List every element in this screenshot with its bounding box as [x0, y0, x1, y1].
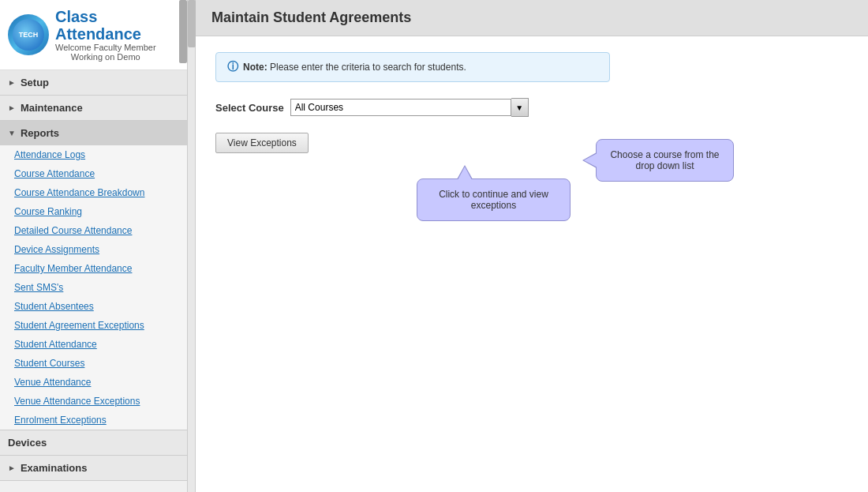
main-scrollbar-track — [188, 0, 196, 492]
nav-item-faculty-member-attendance[interactable]: Faculty Member Attendance — [0, 259, 187, 278]
app-title-line1: ClassAttendance — [55, 8, 156, 43]
nav-item-student-attendance[interactable]: Student Attendance — [0, 335, 187, 354]
course-select-row: Select Course All Courses ▼ — [215, 98, 848, 117]
sidebar-header: TECH ClassAttendance Welcome Faculty Mem… — [0, 0, 187, 70]
examinations-arrow-icon: ► — [8, 464, 16, 472]
tooltip-choose-course: Choose a course from the drop down list — [596, 139, 734, 182]
course-select[interactable]: All Courses — [290, 99, 511, 116]
info-note-prefix: Note: Please enter the criteria to searc… — [243, 62, 466, 73]
nav-item-course-ranking[interactable]: Course Ranking — [0, 202, 187, 221]
nav-item-enrolment-exceptions[interactable]: Enrolment Exceptions — [0, 411, 187, 430]
devices-label: Devices — [8, 437, 47, 449]
main-scrollbar-thumb[interactable] — [188, 0, 196, 47]
setup-label: Setup — [21, 77, 49, 88]
view-exceptions-button[interactable]: View Exceptions — [215, 133, 309, 153]
info-box: ⓘ Note: Please enter the criteria to sea… — [215, 52, 610, 82]
nav-item-venue-attendance[interactable]: Venue Attendance — [0, 373, 187, 392]
nav-item-course-attendance[interactable]: Course Attendance — [0, 164, 187, 183]
setup-arrow-icon: ► — [8, 78, 16, 87]
select-course-label: Select Course — [215, 102, 284, 114]
course-select-wrapper: All Courses ▼ — [290, 98, 529, 117]
nav-item-student-courses[interactable]: Student Courses — [0, 354, 187, 373]
nav-section-setup: ► Setup — [0, 70, 187, 96]
nav-item-attendance-logs[interactable]: Attendance Logs — [0, 145, 187, 164]
nav-section-maintenance: ► Maintenance — [0, 96, 187, 121]
nav-item-course-attendance-breakdown[interactable]: Course Attendance Breakdown — [0, 183, 187, 202]
examinations-label: Examinations — [21, 462, 88, 474]
reports-items: Attendance Logs Course Attendance Course… — [0, 145, 187, 430]
examinations-header[interactable]: ► Examinations — [0, 456, 187, 480]
nav-section-devices: Devices — [0, 430, 187, 456]
nav-section-examinations: ► Examinations — [0, 456, 187, 481]
page-header: Maintain Student Agreements — [196, 0, 868, 36]
select-dropdown-arrow[interactable]: ▼ — [511, 98, 529, 117]
app-logo: TECH — [8, 14, 49, 55]
logo-text: TECH — [19, 31, 39, 39]
tooltip2-text: Choose a course from the drop down list — [610, 149, 719, 171]
nav-item-student-absentees[interactable]: Student Absentees — [0, 297, 187, 316]
maintenance-arrow-icon: ► — [8, 103, 16, 112]
setup-header[interactable]: ► Setup — [0, 70, 187, 95]
app-title: ClassAttendance Welcome Faculty Member W… — [55, 8, 156, 62]
welcome-text: Welcome Faculty Member — [55, 43, 156, 52]
info-icon: ⓘ — [227, 60, 238, 74]
tooltip1-text: Click to continue and view exceptions — [439, 189, 548, 211]
sidebar-scrollbar[interactable] — [179, 0, 187, 63]
nav-item-sent-sms[interactable]: Sent SMS's — [0, 278, 187, 297]
nav-item-device-assignments[interactable]: Device Assignments — [0, 240, 187, 259]
nav-section-reports: ▼ Reports Attendance Logs Course Attenda… — [0, 121, 187, 430]
content-area: ⓘ Note: Please enter the criteria to sea… — [196, 36, 868, 492]
maintenance-header[interactable]: ► Maintenance — [0, 96, 187, 120]
tooltip-click-continue: Click to continue and view exceptions — [417, 178, 571, 221]
maintenance-label: Maintenance — [21, 102, 83, 114]
sidebar: TECH ClassAttendance Welcome Faculty Mem… — [0, 0, 188, 492]
nav-item-venue-attendance-exceptions[interactable]: Venue Attendance Exceptions — [0, 392, 187, 411]
reports-arrow-icon: ▼ — [8, 129, 16, 137]
working-text: Working on Demo — [55, 52, 156, 62]
nav-item-detailed-course-attendance[interactable]: Detailed Course Attendance — [0, 221, 187, 240]
reports-header[interactable]: ▼ Reports — [0, 121, 187, 145]
page-title: Maintain Student Agreements — [211, 9, 852, 26]
nav-item-student-agreement-exceptions[interactable]: Student Agreement Exceptions — [0, 316, 187, 335]
main-content: Maintain Student Agreements ⓘ Note: Plea… — [196, 0, 868, 492]
reports-label: Reports — [21, 127, 59, 139]
devices-header[interactable]: Devices — [0, 430, 187, 455]
